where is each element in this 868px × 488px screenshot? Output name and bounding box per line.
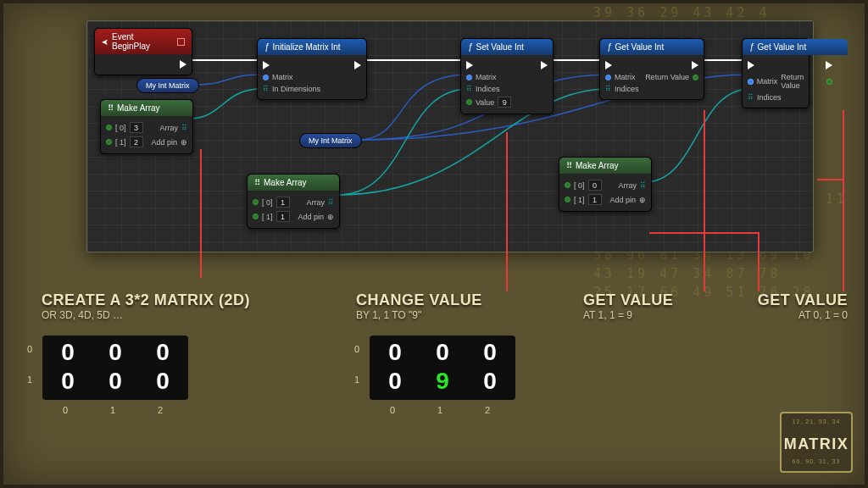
array-input[interactable]: 1 (276, 211, 290, 222)
array-input[interactable]: 1 (276, 197, 290, 208)
leader-line (506, 132, 508, 291)
variable-pill-2[interactable]: My Int Matrix (299, 133, 362, 148)
array-input[interactable]: 1 (588, 194, 602, 205)
event-beginplay-node[interactable]: ➤Event BeginPlay (94, 28, 192, 75)
leader-line (843, 110, 844, 291)
matrix-1: 000 000 0 1 0 1 2 (42, 336, 188, 400)
make-array-node-2[interactable]: ⠿Make Array [ 0]1Array⠿ [ 1]1Add pin⊕ (247, 174, 340, 229)
get-value-node-2[interactable]: ƒGet Value Int MatrixReturn Value ⠿Indic… (742, 38, 810, 108)
leader-line (758, 232, 760, 291)
leader-line (817, 179, 844, 180)
leader-line (704, 110, 705, 291)
variable-pill-1[interactable]: My Int Matrix (136, 78, 199, 93)
value-input[interactable]: 9 (498, 97, 511, 108)
matrix-logo: 12, 21, 93, 34 … MATRIX 66, 90, 31, 33 (780, 412, 853, 473)
annotation-get1: GET VALUE AT 1, 1 = 9 (583, 291, 673, 321)
set-value-node[interactable]: ƒSet Value Int Matrix ⠿Indices Value9 (460, 38, 554, 114)
node-header: ➤Event BeginPlay (95, 29, 192, 54)
annotation-get2: GET VALUE AT 0, 1 = 0 (729, 291, 848, 321)
get-value-node-1[interactable]: ƒGet Value Int MatrixReturn Value ⠿Indic… (599, 38, 704, 100)
array-input[interactable]: 2 (130, 136, 143, 147)
matrix-2: 000 090 0 1 0 1 2 (370, 336, 515, 400)
array-input[interactable]: 3 (130, 122, 143, 133)
initialize-matrix-node[interactable]: ƒInitialize Matrix Int Matrix ⠿In Dimens… (257, 38, 367, 100)
make-array-node-1[interactable]: ⠿Make Array [ 0]3Array⠿ [ 1]2Add pin⊕ (100, 99, 193, 154)
annotation-create: CREATE A 3*2 MATRIX (2D) OR 3D, 4D, 5D … (42, 291, 250, 321)
leader-line (649, 232, 760, 234)
make-array-node-3[interactable]: ⠿Make Array [ 0]0Array⠿ [ 1]1Add pin⊕ (559, 157, 652, 212)
annotation-change: CHANGE VALUE BY 1, 1 TO "9" (356, 291, 482, 321)
leader-line (200, 149, 202, 278)
array-input[interactable]: 0 (588, 180, 602, 191)
